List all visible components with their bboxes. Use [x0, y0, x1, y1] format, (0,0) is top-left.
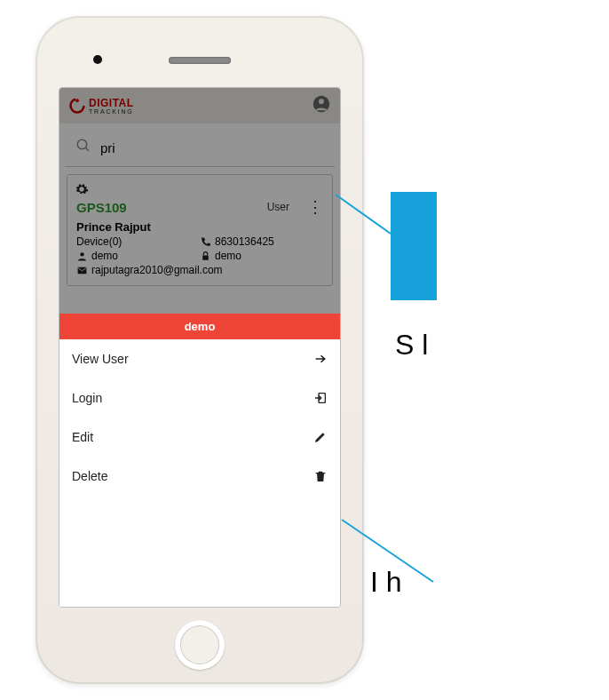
- edit-item[interactable]: Edit: [59, 418, 340, 457]
- device-count: Device(0): [76, 235, 200, 248]
- kebab-menu-icon[interactable]: ⋮: [307, 199, 323, 215]
- lock-icon: [200, 251, 211, 262]
- logo-text-line2: TRACKING: [89, 108, 134, 115]
- view-user-item[interactable]: View User: [59, 339, 340, 378]
- edit-label: Edit: [72, 430, 93, 444]
- login-item[interactable]: Login: [59, 378, 340, 418]
- camera-dot: [93, 55, 102, 64]
- svg-rect-8: [78, 266, 87, 274]
- search-input[interactable]: [100, 140, 324, 155]
- logo-icon: [68, 97, 86, 115]
- callout-top: S l: [395, 329, 428, 362]
- mail-icon: [76, 265, 88, 276]
- user-card: GPS109 User ⋮ Prince Rajput Device(0) 86…: [67, 174, 333, 286]
- svg-line-5: [85, 147, 89, 151]
- svg-point-1: [75, 99, 79, 102]
- password-row: demo: [200, 250, 323, 262]
- speaker-slot: [169, 57, 231, 64]
- phone-frame: DIGITAL TRACKING GPS109 User ⋮: [36, 16, 364, 684]
- phone-row: 8630136425: [200, 235, 323, 248]
- svg-point-6: [80, 252, 83, 256]
- device-name: GPS109: [76, 200, 127, 215]
- arrow-right-icon: [313, 352, 328, 366]
- gear-icon[interactable]: [75, 182, 323, 199]
- trash-icon: [313, 469, 328, 483]
- person-icon: [76, 251, 88, 262]
- pencil-icon: [313, 430, 328, 444]
- search-bar[interactable]: [65, 129, 335, 167]
- delete-item[interactable]: Delete: [59, 457, 340, 496]
- sheet-title: demo: [59, 314, 340, 339]
- app-header: DIGITAL TRACKING: [59, 88, 340, 123]
- login-icon: [313, 391, 328, 405]
- delete-label: Delete: [72, 469, 107, 483]
- callout-bottom: I h: [370, 566, 402, 599]
- blue-block: [391, 192, 437, 300]
- username-row: demo: [76, 250, 200, 262]
- phone-icon: [200, 236, 211, 248]
- action-sheet: demo View User Login Edit Delete: [59, 314, 340, 607]
- email-value: rajputagra2010@gmail.com: [91, 264, 223, 276]
- phone-value: 8630136425: [215, 235, 274, 248]
- view-user-label: View User: [72, 352, 129, 366]
- svg-point-3: [319, 99, 324, 104]
- user-role: User: [267, 201, 289, 213]
- account-icon[interactable]: [312, 94, 331, 117]
- owner-name: Prince Rajput: [76, 220, 323, 234]
- username-value: demo: [91, 250, 118, 262]
- email-row: rajputagra2010@gmail.com: [76, 264, 323, 276]
- svg-point-4: [77, 139, 87, 149]
- password-value: demo: [215, 250, 241, 262]
- search-icon: [75, 138, 91, 157]
- logo-text-line1: DIGITAL: [89, 98, 134, 108]
- app-screen: DIGITAL TRACKING GPS109 User ⋮: [59, 87, 341, 608]
- svg-rect-7: [202, 255, 209, 259]
- home-button[interactable]: [175, 620, 225, 670]
- login-label: Login: [72, 391, 102, 405]
- app-logo: DIGITAL TRACKING: [68, 97, 134, 115]
